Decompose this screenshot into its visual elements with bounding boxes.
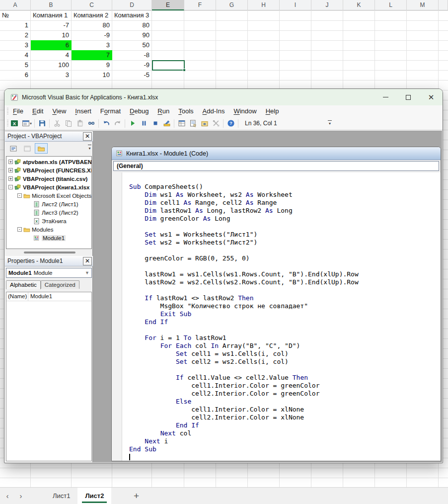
column-header-C[interactable]: C [72, 0, 112, 10]
code-line[interactable]: Dim ws1 As Worksheet, ws2 As Worksheet [129, 191, 441, 199]
menu-view[interactable]: View [48, 105, 71, 117]
cell[interactable]: -8 [112, 50, 152, 60]
cell[interactable]: 1 [0, 20, 31, 30]
code-line[interactable]: End If [129, 318, 441, 326]
menu-window[interactable]: Window [229, 105, 261, 117]
expand-icon[interactable]: + [8, 160, 13, 164]
menu-insert[interactable]: Insert [71, 105, 96, 117]
code-line[interactable] [129, 366, 441, 374]
vba-titlebar[interactable]: Microsoft Visual Basic for Applications … [4, 89, 443, 105]
code-line[interactable]: Set ws1 = Worksheets("Лист1") [129, 231, 441, 239]
cell[interactable]: 5 [0, 60, 31, 70]
highlighted-cell[interactable]: 7 [72, 50, 112, 60]
minimize-button[interactable] [374, 89, 397, 105]
project-toolbar-overflow-button[interactable]: ▾ [88, 145, 91, 151]
undo-icon[interactable] [100, 118, 112, 129]
project-panel-header[interactable]: Project - VBAProject ✕ [5, 131, 93, 142]
tree-item[interactable]: -Modules [6, 225, 91, 234]
column-header-partial[interactable] [439, 0, 448, 10]
reset-icon[interactable] [149, 118, 161, 129]
collapse-icon[interactable]: - [17, 193, 22, 198]
code-line[interactable]: cell2.Interior.Color = greenColor [129, 390, 441, 398]
code-line[interactable]: If cell1.Value <> cell2.Value Then [129, 374, 441, 382]
column-header-L[interactable]: L [375, 0, 407, 10]
tree-item[interactable]: XЭтаКнига [6, 217, 91, 225]
cell[interactable]: № [0, 10, 31, 20]
tree-item[interactable]: +VBAProject (FUNCRES.XLA [6, 166, 91, 174]
code-line[interactable]: MsgBox "Количество строк не совпадает" [129, 302, 441, 310]
cell[interactable]: -9 [72, 30, 112, 40]
cell[interactable]: 4 [0, 50, 31, 60]
code-line[interactable]: cell1.Interior.Color = greenColor [129, 382, 441, 390]
column-header-H[interactable]: H [248, 0, 280, 10]
code-line[interactable]: Sub CompareSheets() [129, 183, 441, 191]
object-dropdown[interactable]: (General) [113, 161, 439, 171]
expand-icon[interactable]: + [8, 168, 13, 172]
code-line[interactable]: Dim greenColor As Long [129, 215, 441, 223]
cell[interactable]: -9 [112, 60, 152, 70]
insert-dropdown-caret-icon[interactable]: ▾ [30, 121, 32, 126]
view-code-button[interactable] [7, 143, 20, 154]
view-object-button[interactable] [21, 143, 34, 154]
column-header-A[interactable]: A [0, 0, 31, 10]
sheet-nav-prev-icon[interactable]: ‹ [4, 492, 11, 500]
cell[interactable]: Компания 2 [72, 10, 112, 20]
code-line[interactable]: Dim cell1 As Range, cell2 As Range [129, 199, 441, 207]
sheet-nav-next-icon[interactable]: › [17, 492, 24, 500]
cell[interactable]: Компания 3 [112, 10, 152, 20]
collapse-icon[interactable]: - [17, 227, 22, 232]
cell[interactable]: 50 [112, 40, 152, 50]
code-line[interactable] [129, 286, 441, 294]
property-name[interactable]: (Name) [6, 292, 28, 301]
cell[interactable]: 9 [72, 60, 112, 70]
help-icon[interactable]: ? [225, 118, 236, 129]
tab-categorized[interactable]: Categorized [41, 280, 79, 289]
object-browser-icon[interactable] [199, 118, 210, 129]
code-line[interactable] [129, 453, 441, 461]
code-line[interactable]: Set ws2 = Worksheets("Лист2") [129, 239, 441, 247]
code-window-titlebar[interactable]: Книга1.xlsx - Module1 (Code) [112, 147, 441, 160]
tree-item[interactable]: Лист2 (Лист1) [6, 200, 91, 208]
maximize-button[interactable] [397, 89, 420, 105]
project-tree-hscrollbar[interactable] [24, 252, 75, 253]
cell[interactable]: 3 [72, 40, 112, 50]
code-line[interactable]: Next col [129, 429, 441, 437]
column-header-G[interactable]: G [216, 0, 248, 10]
menu-run[interactable]: Run [153, 105, 174, 117]
code-line[interactable] [129, 247, 441, 254]
tree-item[interactable]: +atpvbaen.xls (ATPVBAEN [6, 158, 91, 166]
find-icon[interactable] [85, 118, 97, 129]
code-line[interactable]: Else [129, 398, 441, 406]
add-sheet-button[interactable]: + [131, 491, 141, 502]
properties-panel-close-button[interactable]: ✕ [83, 257, 92, 265]
toolbar-overflow-button[interactable]: ▾ [326, 119, 333, 128]
highlighted-cell[interactable]: 6 [31, 40, 72, 50]
code-line[interactable]: End Sub [129, 445, 441, 453]
column-header-M[interactable]: M [407, 0, 439, 10]
cell[interactable]: 80 [112, 20, 152, 30]
code-line[interactable] [129, 262, 441, 270]
break-icon[interactable] [138, 118, 149, 129]
design-mode-icon[interactable] [161, 118, 172, 129]
project-panel-close-button[interactable]: ✕ [83, 132, 92, 141]
code-line[interactable]: If lastRow1 <> lastRow2 Then [129, 294, 441, 302]
tab-alphabetic[interactable]: Alphabetic [6, 280, 41, 289]
object-select-dropdown[interactable]: Module1 Module ▼ [6, 268, 92, 278]
column-header-J[interactable]: J [311, 0, 343, 10]
sheet-tab-Лист1[interactable]: Лист1 [45, 488, 77, 504]
tree-item[interactable]: Лист3 (Лист2) [6, 208, 91, 217]
code-line[interactable] [129, 326, 441, 334]
column-header-D[interactable]: D [112, 0, 152, 10]
cell[interactable]: -7 [31, 20, 72, 30]
cell[interactable]: 4 [31, 50, 72, 60]
column-header-B[interactable]: B [31, 0, 72, 10]
menu-help[interactable]: Help [261, 105, 284, 117]
save-icon[interactable] [36, 118, 48, 129]
tree-item[interactable]: -Microsoft Excel Objects [6, 191, 91, 200]
properties-panel-header[interactable]: Properties - Module1 ✕ [5, 256, 93, 266]
column-header-F[interactable]: F [184, 0, 216, 10]
column-header-E[interactable]: E [152, 0, 184, 10]
column-header-K[interactable]: K [343, 0, 375, 10]
code-editor[interactable]: Sub CompareSheets() Dim ws1 As Worksheet… [112, 172, 441, 461]
cell[interactable]: 10 [72, 70, 112, 80]
